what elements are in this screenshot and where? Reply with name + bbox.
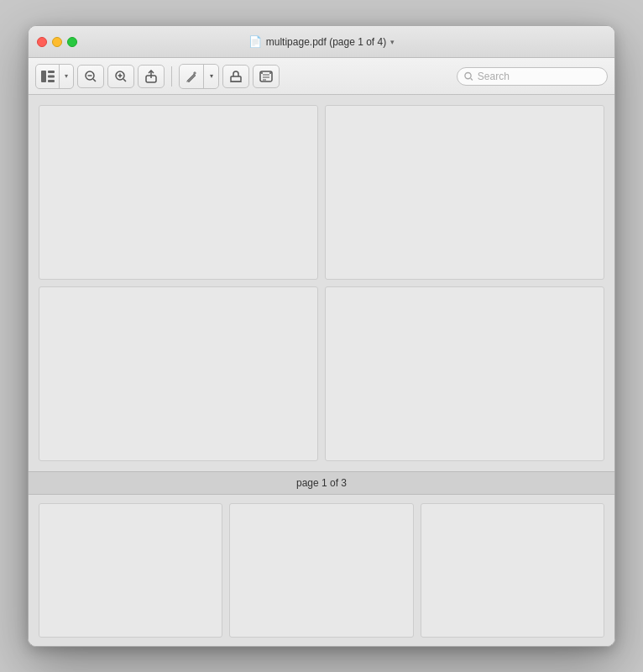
sidebar-dropdown-button[interactable]: ▾ — [60, 65, 73, 88]
pdf-bottom-thumb-3[interactable] — [421, 503, 604, 638]
svg-rect-12 — [231, 76, 241, 81]
document-icon: 📄 — [248, 35, 262, 48]
pdf-bottom-grid — [29, 495, 614, 646]
sidebar-toggle-button[interactable] — [36, 65, 60, 88]
zoom-in-button[interactable] — [107, 65, 134, 88]
search-icon — [464, 71, 473, 81]
pen-tool-group: ▾ — [179, 64, 219, 89]
app-window: 📄 multipage.pdf (page 1 of 4) ▾ ▾ — [28, 25, 615, 647]
close-button[interactable] — [37, 37, 47, 47]
pdf-page-divider: page 1 of 3 — [29, 471, 614, 495]
pen-tool-button[interactable] — [180, 65, 203, 88]
pdf-top-grid — [29, 95, 614, 471]
svg-rect-0 — [41, 71, 46, 82]
pen-dropdown-button[interactable]: ▾ — [203, 65, 218, 88]
pdf-thumb-1[interactable] — [39, 105, 318, 280]
pdf-bottom-thumb-2[interactable] — [229, 503, 413, 638]
toolbar-separator-1 — [171, 66, 172, 87]
share-button[interactable] — [138, 65, 165, 88]
svg-rect-1 — [48, 71, 55, 73]
pdf-thumb-4[interactable] — [325, 286, 604, 461]
form-tool-button[interactable] — [253, 65, 280, 88]
maximize-button[interactable] — [67, 37, 77, 47]
svg-point-18 — [261, 72, 263, 74]
pdf-thumb-2[interactable] — [325, 105, 604, 280]
titlebar: 📄 multipage.pdf (page 1 of 4) ▾ — [29, 26, 614, 58]
toolbar: ▾ — [29, 58, 614, 95]
svg-rect-2 — [48, 75, 55, 77]
search-input[interactable] — [478, 71, 600, 82]
pdf-bottom-thumb-1[interactable] — [39, 503, 222, 638]
content-area: page 1 of 3 — [29, 95, 614, 646]
search-field[interactable] — [457, 67, 608, 86]
page-label: page 1 of 3 — [296, 477, 347, 489]
sidebar-toggle-group: ▾ — [35, 64, 74, 89]
zoom-out-button[interactable] — [77, 65, 104, 88]
minimize-button[interactable] — [52, 37, 62, 47]
svg-line-6 — [93, 79, 96, 81]
window-shadow: 📄 multipage.pdf (page 1 of 4) ▾ ▾ — [28, 25, 615, 647]
pdf-thumb-3[interactable] — [39, 286, 318, 461]
svg-rect-3 — [48, 80, 55, 82]
svg-line-21 — [471, 78, 473, 80]
svg-point-20 — [465, 72, 471, 78]
stamp-tool-button[interactable] — [222, 65, 249, 88]
svg-line-10 — [123, 79, 126, 81]
chevron-down-icon: ▾ — [390, 38, 395, 46]
titlebar-center: 📄 multipage.pdf (page 1 of 4) ▾ — [248, 35, 395, 48]
svg-point-19 — [269, 72, 271, 74]
traffic-lights — [37, 37, 77, 47]
window-title: multipage.pdf (page 1 of 4) — [266, 36, 386, 48]
